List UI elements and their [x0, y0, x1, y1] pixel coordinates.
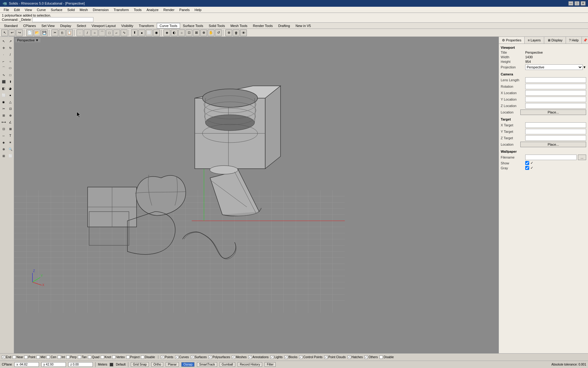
mid-snap[interactable]: Mid	[36, 355, 45, 359]
tb-spline-icon[interactable]: ∿	[121, 29, 127, 36]
tb-line-icon[interactable]: /	[84, 29, 91, 36]
tb-undo-icon[interactable]: ↩	[9, 29, 15, 36]
disable-vis-checkbox[interactable]	[379, 355, 383, 359]
rp-tab-layers[interactable]: ≡ Layers	[525, 37, 544, 44]
lt-light-icon[interactable]: ☀	[7, 139, 13, 145]
vertex-checkbox[interactable]	[112, 355, 115, 359]
tab-select[interactable]: Select	[74, 23, 89, 29]
tab-cplanes[interactable]: CPlanes	[21, 23, 39, 29]
menu-tools[interactable]: Tools	[131, 7, 144, 12]
curves-vis[interactable]: Curves	[175, 355, 189, 359]
zloc-input[interactable]: 81.331	[525, 103, 586, 109]
rp-tab-properties[interactable]: ⚙ Properties	[499, 37, 525, 44]
tab-surface-tools[interactable]: Surface Tools	[180, 23, 206, 29]
knot-checkbox[interactable]	[101, 355, 104, 359]
minimize-button[interactable]: —	[568, 1, 573, 6]
annotations-vis[interactable]: Annotations	[248, 355, 269, 359]
menu-panels[interactable]: Panels	[177, 7, 192, 12]
lt-circle-icon[interactable]: ○	[7, 58, 13, 64]
menu-edit[interactable]: Edit	[12, 7, 22, 12]
ytgt-input[interactable]: -1.485	[525, 129, 586, 134]
tb-cyl-icon[interactable]: ◉	[153, 29, 160, 36]
tan-snap[interactable]: Tan	[78, 355, 87, 359]
ztgt-input[interactable]: 2.087	[525, 135, 586, 141]
menu-mesh[interactable]: Mesh	[77, 7, 90, 12]
rp-tab-display[interactable]: 🖥 Display	[544, 37, 566, 44]
mid-checkbox[interactable]	[36, 355, 40, 359]
end-checkbox[interactable]	[2, 355, 5, 359]
lt-text-icon[interactable]: T	[7, 132, 13, 139]
polysurfaces-checkbox[interactable]	[209, 355, 212, 359]
lt-rotate-icon[interactable]: ↻	[7, 45, 13, 51]
tb-extrude-icon[interactable]: ⬆	[131, 29, 138, 36]
surfaces-checkbox[interactable]	[191, 355, 194, 359]
lt-boolean-icon[interactable]: ⊕	[7, 112, 13, 118]
tb-rot-icon[interactable]: ↺	[215, 29, 222, 36]
tab-mesh-tools[interactable]: Mesh Tools	[228, 23, 250, 29]
menu-dimension[interactable]: Dimension	[90, 7, 111, 12]
tb-open-icon[interactable]: 📂	[34, 29, 40, 36]
controlpoints-checkbox[interactable]	[299, 355, 303, 359]
tb-cut-icon[interactable]: ✂	[51, 29, 58, 36]
lt-area-icon[interactable]: ⊡	[1, 126, 7, 132]
polysurfaces-vis[interactable]: Polysurfaces	[209, 355, 230, 359]
lt-loft-icon[interactable]: ◧	[1, 85, 7, 91]
tb-new-icon[interactable]: 📄	[26, 29, 33, 36]
others-checkbox[interactable]	[364, 355, 368, 359]
tb-point-icon[interactable]: ·	[77, 29, 83, 36]
tb-save-icon[interactable]: 💾	[41, 29, 48, 36]
tab-render-tools[interactable]: Render Tools	[250, 23, 276, 29]
rp-tab-help[interactable]: ? Help	[566, 37, 582, 44]
projection-select[interactable]: Perspective Parallel	[525, 64, 583, 70]
project-snap[interactable]: Project	[126, 355, 140, 359]
lt-mat-icon[interactable]: ◈	[1, 139, 7, 145]
lights-checkbox[interactable]	[270, 355, 274, 359]
lt-box-icon[interactable]: ⬜	[1, 92, 7, 98]
lt-join-icon[interactable]: ⊞	[1, 112, 7, 118]
menu-file[interactable]: File	[1, 7, 12, 12]
point-snap[interactable]: Point	[24, 355, 35, 359]
lt-dim-icon[interactable]: ↔	[1, 132, 7, 139]
close-button[interactable]: ✕	[581, 1, 586, 6]
disable-snap[interactable]: Disable	[141, 355, 155, 359]
end-snap[interactable]: End	[2, 355, 11, 359]
gumball-button[interactable]: Gumball	[220, 362, 235, 367]
menu-transform[interactable]: Transform	[111, 7, 131, 12]
grid-snap-button[interactable]: Grid Snap	[131, 362, 149, 367]
tb-box-icon[interactable]: ⬜	[146, 29, 153, 36]
cen-snap[interactable]: Cen	[47, 355, 56, 359]
lt-polyline-icon[interactable]: ⌐	[1, 58, 7, 64]
panel-pin-icon[interactable]: 📌	[582, 37, 588, 44]
lt-zoom-all-icon[interactable]: ⊕	[1, 146, 7, 152]
quad-snap[interactable]: Quad	[88, 355, 99, 359]
int-snap[interactable]: Int	[58, 355, 65, 359]
lt-select-icon[interactable]: ↖	[1, 38, 7, 44]
tan-checkbox[interactable]	[78, 355, 81, 359]
quad-checkbox[interactable]	[88, 355, 91, 359]
meshes-checkbox[interactable]	[232, 355, 235, 359]
command-input[interactable]	[32, 17, 93, 22]
pointclouds-vis[interactable]: Point Clouds	[324, 355, 346, 359]
menu-render[interactable]: Render	[161, 7, 177, 12]
disable-vis[interactable]: Disable	[379, 355, 394, 359]
tb-hide-icon[interactable]: 👁	[240, 29, 247, 36]
points-vis[interactable]: Points	[161, 355, 173, 359]
xtgt-input[interactable]: 2.909	[525, 122, 586, 128]
lt-arc-icon[interactable]: ⌒	[1, 65, 7, 71]
lt-max-icon[interactable]: ⬜	[7, 153, 13, 159]
lt-surf-icon[interactable]: ⬛	[1, 79, 7, 85]
tb-circle-icon[interactable]: ○	[91, 29, 98, 36]
hatches-vis[interactable]: Hatches	[348, 355, 363, 359]
points-checkbox[interactable]	[161, 355, 164, 359]
menu-solid[interactable]: Solid	[65, 7, 77, 12]
gray-checkbox[interactable]	[525, 166, 529, 170]
menu-view[interactable]: View	[22, 7, 35, 12]
lt-rev-icon[interactable]: ◕	[7, 85, 13, 91]
perp-snap[interactable]: Perp	[66, 355, 77, 359]
filename-input[interactable]: (none)	[525, 155, 577, 160]
tb-pan-icon[interactable]: ✋	[208, 29, 214, 36]
lt-angle-icon[interactable]: ∠	[7, 119, 13, 125]
tb-redo-icon[interactable]: ↪	[16, 29, 23, 36]
maximize-button[interactable]: □	[575, 1, 579, 6]
tab-transform[interactable]: Transform	[136, 23, 157, 29]
